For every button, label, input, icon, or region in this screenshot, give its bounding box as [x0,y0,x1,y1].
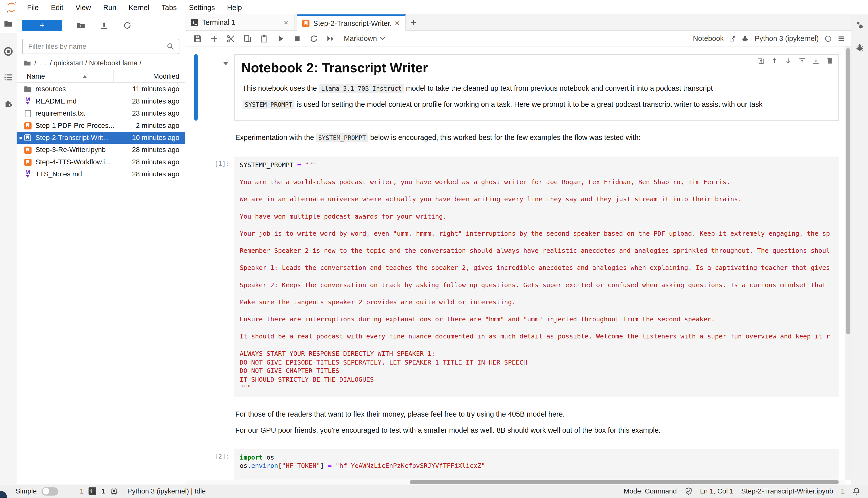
restart-kernel-button[interactable] [309,34,318,43]
upload-button[interactable] [100,21,108,30]
heading-collapse-icon[interactable] [223,62,229,68]
save-button[interactable] [193,34,202,43]
move-cell-down-icon[interactable] [784,57,792,65]
debugger-icon[interactable] [741,35,749,42]
kernel-name[interactable]: Python 3 (ipykernel) [755,34,819,42]
markdown-cell[interactable]: Notebook 2: Transcript Writer This noteb… [186,54,845,121]
interrupt-kernel-button[interactable] [293,34,302,43]
code-cell[interactable]: [1]: SYSTEMP_PROMPT = """ You are the a … [186,157,845,397]
move-cell-up-icon[interactable] [770,57,778,65]
insert-cell-button[interactable] [210,34,218,43]
debugger-sidebar-icon[interactable] [855,43,864,52]
vertical-scrollbar-thumb[interactable] [846,48,851,334]
menu-item[interactable]: Settings [183,3,221,11]
sidebar-tab-table-of-contents[interactable] [0,68,16,87]
insert-cell-above-icon[interactable] [799,57,806,65]
code-editor[interactable]: import osos.environ["HF_TOKEN"] = "hf_Ye… [234,449,839,480]
restart-and-run-all-button[interactable] [326,34,335,43]
code-cell[interactable]: [2]: import osos.environ["HF_TOKEN"] = "… [186,449,845,480]
tab-step-2-transcript-writer[interactable]: Step-2-Transcript-Writer.ip × [297,14,406,31]
file-modified: 10 minutes ago [114,134,185,142]
menu-bar: FileEditViewRunKernelTabsSettingsHelp [0,0,868,14]
notifications-count[interactable]: 1 [841,487,845,495]
file-row[interactable]: Step-4-TTS-Workflow.i... 28 minutes ago [16,156,185,168]
vertical-scrollbar[interactable] [845,47,851,480]
cell-collapser[interactable] [194,54,197,121]
cell-collapser[interactable] [194,128,197,149]
delete-cell-icon[interactable] [826,57,834,65]
menu-item[interactable]: File [21,3,45,11]
markdown-body: This notebook uses the Llama-3.1-70B-Ins… [241,83,831,109]
tab-bar: Terminal 1 × Step-2-Transcript-Writer.ip… [186,14,851,31]
trust-shield-icon[interactable] [685,487,692,495]
cell-collapser[interactable] [194,405,197,441]
file-name: README.md [36,97,114,105]
breadcrumb-root[interactable]: / [34,59,36,67]
close-tab-icon[interactable]: × [280,18,289,26]
tab-terminal-1[interactable]: Terminal 1 × [186,14,295,30]
menu-item[interactable]: Tabs [155,3,183,11]
cursor-position[interactable]: Ln 1, Col 1 [700,487,733,495]
file-row[interactable]: resources 11 minutes ago [16,83,185,95]
breadcrumb-path[interactable]: / quickstart / NotebookLlama / [50,59,141,67]
active-file-name[interactable]: Step-2-Transcript-Writer.ipynb [741,487,833,495]
refresh-file-list-button[interactable] [123,21,132,30]
file-row[interactable]: TTS_Notes.md 28 minutes ago [16,168,185,180]
horizontal-scrollbar[interactable] [186,480,845,485]
kernel-chip-icon[interactable] [110,487,118,495]
new-launcher-button[interactable]: + [22,20,62,31]
sidebar-tab-file-browser[interactable] [0,14,16,33]
cell-collapser[interactable] [194,449,197,480]
column-header-modified[interactable]: Modified [114,73,185,80]
file-row[interactable]: requirements.txt 23 minutes ago [16,107,185,119]
close-tab-icon[interactable]: × [392,19,400,27]
terminal-icon[interactable] [89,487,97,495]
notebook-tools-label[interactable]: Notebook [693,34,724,42]
notebook-menu-icon[interactable] [838,35,845,42]
kernel-status-icon[interactable] [824,35,832,42]
fast-forward-icon [326,34,335,43]
file-row[interactable]: README.md 28 minutes ago [16,95,185,107]
kernels-count[interactable]: 1 [101,487,105,495]
horizontal-scrollbar-thumb[interactable] [410,480,839,484]
sidebar-tab-running-kernels[interactable] [0,42,16,61]
markdown-cell[interactable]: Experimentation with the SYSTEM_PROMPT b… [186,128,845,149]
menu-item[interactable]: Run [97,3,123,11]
run-cell-button[interactable] [276,34,285,43]
file-row[interactable]: Step-1 PDF-Pre-Proces... 2 minutes ago [16,120,185,132]
kernel-status-text[interactable]: Python 3 (ipykernel) | Idle [127,487,206,495]
property-inspector-icon[interactable] [855,21,864,30]
new-tab-button[interactable]: + [406,14,421,30]
code-line: Your job is to write word by word, even … [240,230,833,238]
terminals-count[interactable]: 1 [80,487,84,495]
file-name: resources [36,85,114,93]
filter-files-input[interactable] [27,42,167,51]
external-link-icon[interactable] [729,35,736,42]
bell-icon[interactable] [852,487,860,495]
file-row[interactable]: Step-3-Re-Writer.ipynb 28 minutes ago [16,144,185,156]
code-editor[interactable]: SYSTEMP_PROMPT = """ You are the a world… [234,157,839,397]
code-line: You are the a world-class podcast writer… [240,178,833,187]
duplicate-cell-icon[interactable] [757,57,764,65]
cell-collapser[interactable] [194,157,197,397]
command-mode-indicator[interactable]: Mode: Command [624,487,677,495]
menu-item[interactable]: Edit [45,3,69,11]
cell-type-dropdown[interactable]: Markdown [344,34,385,42]
cut-cells-button[interactable] [226,34,235,43]
file-row[interactable]: Step-2-Transcript-Writ... 10 minutes ago [16,132,185,144]
insert-cell-below-icon[interactable] [812,57,820,65]
menu-item[interactable]: Help [221,3,248,11]
copy-cells-button[interactable] [243,34,252,43]
new-folder-button[interactable] [76,21,85,30]
home-folder-icon[interactable] [23,59,31,67]
sidebar-tab-extension-manager[interactable] [0,94,16,113]
execution-count: [1]: [197,157,234,397]
breadcrumb-ellipsis[interactable]: … [39,59,47,67]
column-header-name[interactable]: Name [16,73,113,80]
menu-item[interactable]: View [69,3,97,11]
markdown-cell[interactable]: For those of the readers that want to fl… [186,405,845,441]
menu-item[interactable]: Kernel [123,3,155,11]
code-line [240,324,833,332]
simple-mode-toggle[interactable] [42,487,58,495]
paste-cells-button[interactable] [260,34,269,43]
